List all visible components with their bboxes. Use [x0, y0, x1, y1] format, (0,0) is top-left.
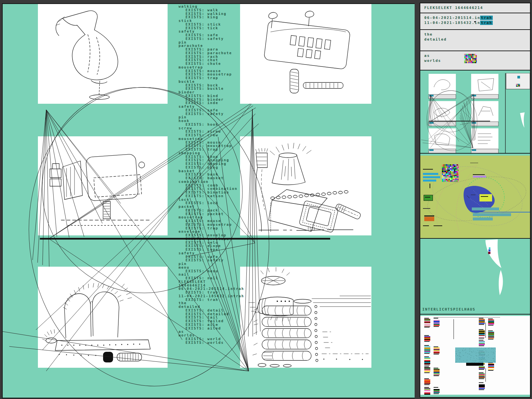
interlicht-label-box: INTERLICHTSPIELHAUS [420, 304, 530, 315]
exists-entry: EXISTS: envelope [179, 237, 248, 241]
barcode-block [434, 318, 440, 327]
minimap-thumbnail[interactable] [471, 128, 498, 153]
minimap-thumbnail[interactable] [471, 101, 498, 126]
barcode-block [424, 387, 430, 395]
barcode-block [434, 346, 440, 354]
minimap-thumbnail[interactable] [429, 128, 456, 153]
barcode-art-panel[interactable] [420, 316, 530, 395]
walking-stick-sketch [38, 4, 168, 104]
exists-entry: EXISTS: mousetrap [179, 223, 248, 226]
teal-overlay [455, 347, 496, 363]
file-name[interactable]: 11-04-2021-185432.in [424, 21, 480, 25]
file-list-box: 06-04-2021-201514.intrah11-04-2021-18543… [420, 13, 530, 30]
minimap-thumbnail[interactable] [429, 74, 456, 99]
file-list: 06-04-2021-201514.intrah11-04-2021-18543… [424, 15, 526, 25]
word-column: walkingEXISTS: walkEXISTS: walkingEXISTS… [179, 5, 248, 344]
word-entry: shopping [179, 151, 248, 155]
drawing-panel-mousetrap-basket[interactable]: mousetrapshopping basketcombination lock [240, 4, 371, 104]
barcode-block [434, 387, 440, 394]
blue-underline [473, 212, 530, 212]
barcode-block [479, 340, 485, 346]
word-entry: 11-04-2021-185432.intrah [179, 294, 248, 298]
bottom-dash-2 [434, 225, 442, 226]
drawing-panel-packet-envelope[interactable]: packetmousetrapenvelope [240, 136, 371, 235]
bottom-dash-1 [423, 225, 429, 226]
orbit-diagram [420, 156, 530, 239]
art-rule-line [434, 317, 500, 318]
barcode-block [424, 318, 430, 328]
blue-bar-1 [423, 173, 438, 175]
blue-bar-3 [423, 180, 436, 182]
main-canvas: walking sticksafety pinparachute walking… [2, 3, 415, 398]
barcode-block [424, 356, 430, 365]
pixel-noise-block [442, 164, 459, 182]
barcode-block [479, 318, 485, 325]
small-dash [423, 208, 430, 209]
exists-entry: EXISTS: pack [179, 208, 248, 212]
word-entry: mousetrap [179, 66, 248, 69]
art-divider-line [454, 319, 454, 339]
exists-entry: EXISTS: aile [179, 323, 248, 327]
barcode-block [488, 362, 494, 371]
barcode-block [434, 368, 440, 376]
section-the-line2: detailed [424, 37, 526, 42]
barcode-block [424, 378, 430, 385]
buckle-binder-sketch [38, 136, 168, 235]
barcode-block [424, 335, 430, 342]
exists-entry: EXISTS: stick [179, 23, 248, 26]
teal-bar-1 [472, 207, 499, 210]
green-box-dash [425, 197, 430, 198]
barcode-block [488, 319, 494, 326]
pixel-noise-thumbnail [464, 54, 477, 63]
yellow-box [479, 194, 492, 201]
exists-entry: EXISTS: nation [179, 194, 248, 198]
teal-bar-3 [473, 217, 493, 220]
word-entry: combination [179, 180, 248, 184]
purple-bar [473, 176, 486, 178]
diagram-panel[interactable] [420, 156, 530, 239]
sail-panel [420, 239, 530, 302]
drawing-panel-menu-nail[interactable]: safety pinmenunail [240, 267, 371, 368]
sidebar-header-box: FLEKSELEKT 1644646214 [420, 3, 530, 13]
barcode-block [479, 372, 485, 379]
app-title: FLEKSELEKT 1644646214 [424, 5, 526, 10]
interlicht-title: INTERLICHTSPIELHAUS [422, 307, 528, 312]
word-entry: FLEKSELEKT [179, 280, 248, 284]
drawing-panel-walking-stick[interactable]: walking sticksafety pinparachute walking… [38, 4, 168, 104]
diagram-tick [423, 169, 433, 170]
sidebar: FLEKSELEKT 1644646214 06-04-2021-201514.… [415, 0, 532, 399]
exists-entry: EXISTS: walk [179, 8, 248, 12]
mousetrap-basket-sketch [240, 4, 371, 104]
green-box [424, 195, 433, 201]
exists-entry: EXISTS: hook [179, 123, 248, 126]
sidebar-inner: FLEKSELEKT 1644646214 06-04-2021-201514.… [420, 3, 531, 398]
exists-entry: EXISTS: safety [179, 258, 248, 262]
minimap-graphic [420, 73, 530, 153]
drawing-panel-hook-screw[interactable]: safety pinhookscrew safety pinhookscrew [38, 267, 168, 368]
white-sail-graphic [420, 239, 530, 302]
section-the-detailed: the detailed [420, 30, 530, 51]
yellow-box-dash [481, 196, 488, 197]
barcode-block [424, 366, 430, 373]
exists-entry: EXISTS: bind [179, 94, 248, 98]
word-entry: safety [179, 251, 248, 255]
exists-entry: EXISTS: ailed [179, 327, 248, 330]
orange-box [424, 217, 434, 221]
barcode-block [424, 345, 430, 354]
exists-entry: EXISTS: safety [179, 37, 248, 41]
file-name[interactable]: 06-04-2021-201514.in [424, 16, 480, 20]
hook-screw-sketch [38, 267, 168, 368]
file-highlight[interactable]: trah [480, 16, 493, 20]
exists-entry: EXISTS: ping [179, 166, 248, 169]
exists-entry: EXISTS: worlds [179, 341, 248, 344]
minimap-thumbnail[interactable] [471, 74, 498, 99]
file-highlight[interactable]: trah [480, 21, 493, 25]
barcode-block [488, 331, 494, 339]
word-entry: menu [179, 266, 248, 269]
drawing-panel-buckle-binder[interactable]: mousetrapbucklebinder mousetrapbucklebin… [38, 136, 168, 235]
art-divider-line [485, 323, 486, 338]
orange-box-top [424, 215, 434, 216]
barcode-block [479, 329, 485, 338]
file-tick-mark [474, 21, 476, 22]
minimap[interactable] [420, 73, 530, 154]
